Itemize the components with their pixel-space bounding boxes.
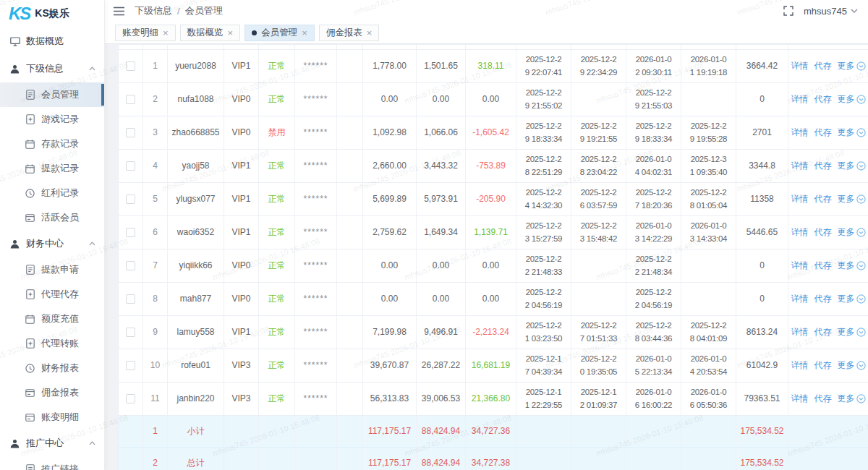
user-icon: [9, 64, 20, 74]
sidebar-item-withdraw-apply[interactable]: 提款申请: [0, 257, 104, 282]
tab-data-overview[interactable]: 数据概览 ×: [180, 25, 241, 41]
more-link[interactable]: 更多: [838, 93, 866, 106]
detail-link[interactable]: 详情: [791, 325, 809, 339]
table-row: 2 nufa1088 VIP0 正常 ****** 0.00 0.00 0.00…: [119, 83, 868, 116]
cell-actions: 详情 代存 更多: [788, 249, 868, 283]
tab-commission-report[interactable]: 佣金报表 ×: [319, 25, 380, 41]
more-link[interactable]: 更多: [838, 325, 866, 339]
tab-close-icon[interactable]: ×: [302, 28, 307, 38]
sidebar-item-subordinate-info[interactable]: 下级信息: [0, 55, 104, 82]
more-link[interactable]: 更多: [838, 126, 866, 140]
cell-empty: [337, 316, 363, 349]
cell-date-3: 2026-01-0 3 14:22:29: [626, 216, 681, 249]
content-area: 1 yueru2088 VIP1 正常 ****** 1,778.00 1,50…: [105, 44, 868, 470]
cell-total: 8613.24: [736, 316, 788, 349]
detail-link[interactable]: 详情: [791, 226, 809, 239]
chevron-down-icon: [851, 9, 858, 13]
cell-vip-level: VIP1: [224, 150, 259, 183]
detail-link[interactable]: 详情: [791, 259, 809, 273]
cell-balance: 0.00: [363, 283, 417, 316]
detail-link[interactable]: 详情: [791, 93, 809, 106]
cell-vip-level: VIP0: [224, 83, 259, 116]
row-checkbox[interactable]: [126, 61, 135, 71]
cell-empty: [337, 150, 363, 183]
detail-link[interactable]: 详情: [791, 192, 809, 206]
tab-close-icon[interactable]: ×: [228, 28, 234, 38]
deposit-link[interactable]: 代存: [814, 259, 832, 273]
cell-total: 3664.42: [736, 50, 788, 83]
user-menu[interactable]: mhsus745: [804, 6, 858, 17]
cell-vip-level: VIP0: [224, 283, 259, 316]
table-row: 5 ylugsx077 VIP1 正常 ****** 5,699.89 5,97…: [119, 183, 868, 216]
sidebar-item-bonus-records[interactable]: 红利记录: [0, 181, 104, 205]
sidebar-item-finance-report[interactable]: 财务报表: [0, 356, 104, 380]
sidebar-item-agent-deposit[interactable]: 代理代存: [0, 282, 104, 307]
breadcrumb: 下级信息 / 会员管理: [135, 4, 223, 17]
detail-link[interactable]: 详情: [791, 59, 809, 73]
more-link[interactable]: 更多: [838, 226, 866, 239]
detail-link[interactable]: 详情: [791, 392, 809, 406]
deposit-link[interactable]: 代存: [814, 192, 832, 206]
deposit-link[interactable]: 代存: [814, 93, 832, 106]
deposit-link[interactable]: 代存: [814, 392, 832, 406]
deposit-link[interactable]: 代存: [814, 325, 832, 339]
tab-close-icon[interactable]: ×: [163, 28, 169, 38]
tab-member-management[interactable]: 会员管理 ×: [244, 25, 315, 41]
sidebar-item-deposit-records[interactable]: 存款记录: [0, 132, 104, 156]
more-link[interactable]: 更多: [838, 59, 866, 73]
sidebar-item-data-overview[interactable]: 数据概览: [0, 27, 104, 55]
cell-total: 11358: [736, 183, 788, 216]
more-link[interactable]: 更多: [838, 192, 866, 206]
sidebar-item-promotion-center[interactable]: 推广中心: [0, 430, 104, 457]
more-circle-chevron-icon: [856, 328, 866, 337]
hamburger-icon[interactable]: [114, 7, 124, 16]
cell-date-3: 2026-01-0 2 09:30:11: [626, 50, 681, 83]
row-checkbox[interactable]: [126, 261, 135, 270]
row-checkbox[interactable]: [126, 161, 135, 171]
tab-close-icon[interactable]: ×: [367, 28, 373, 38]
sidebar-item-commission-report[interactable]: 佣金报表: [0, 380, 104, 405]
cell-password-mask: ******: [295, 283, 337, 316]
tab-account-changes[interactable]: 账变明细 ×: [115, 25, 176, 41]
clock-icon: [25, 188, 35, 199]
row-checkbox[interactable]: [126, 95, 135, 104]
sidebar-item-quota-recharge[interactable]: 额度充值: [0, 307, 104, 331]
deposit-link[interactable]: 代存: [814, 159, 832, 173]
detail-link[interactable]: 详情: [791, 159, 809, 173]
cell-status: 正常: [259, 349, 295, 383]
more-link[interactable]: 更多: [838, 359, 866, 372]
sidebar-item-active-members[interactable]: 活跃会员: [0, 205, 104, 230]
detail-link[interactable]: 详情: [791, 359, 809, 372]
row-checkbox[interactable]: [126, 328, 135, 337]
deposit-link[interactable]: 代存: [814, 126, 832, 140]
row-checkbox[interactable]: [126, 394, 135, 403]
sidebar-item-promo-links[interactable]: 推广链接: [0, 457, 104, 470]
deposit-link[interactable]: 代存: [814, 59, 832, 73]
cell-total: 3344.8: [736, 150, 788, 183]
deposit-link[interactable]: 代存: [814, 359, 832, 372]
more-link[interactable]: 更多: [838, 259, 866, 273]
row-checkbox[interactable]: [126, 195, 135, 204]
row-checkbox[interactable]: [126, 128, 135, 137]
sidebar-item-withdraw-records[interactable]: 提款记录: [0, 156, 104, 181]
more-link[interactable]: 更多: [838, 292, 866, 306]
more-link[interactable]: 更多: [838, 159, 866, 173]
sidebar-item-account-changes[interactable]: 账变明细: [0, 405, 104, 430]
breadcrumb-parent[interactable]: 下级信息: [135, 4, 172, 17]
row-checkbox[interactable]: [126, 228, 135, 237]
deposit-link[interactable]: 代存: [814, 226, 832, 239]
deposit-link[interactable]: 代存: [814, 292, 832, 306]
sidebar-item-agent-transfer[interactable]: 代理转账: [0, 331, 104, 356]
cell-status: 正常: [259, 50, 295, 83]
row-checkbox[interactable]: [126, 361, 135, 370]
detail-link[interactable]: 详情: [791, 126, 809, 140]
logo-icon: KS: [9, 5, 30, 22]
sidebar-item-member-management[interactable]: 会员管理: [0, 82, 104, 107]
sidebar-item-game-records[interactable]: 游戏记录: [0, 107, 104, 132]
fullscreen-icon[interactable]: [783, 6, 793, 16]
sidebar-item-finance-center[interactable]: 财务中心: [0, 230, 104, 257]
table-row: 1 yueru2088 VIP1 正常 ****** 1,778.00 1,50…: [119, 50, 868, 83]
detail-link[interactable]: 详情: [791, 292, 809, 306]
more-link[interactable]: 更多: [838, 392, 866, 406]
row-checkbox[interactable]: [126, 294, 135, 304]
